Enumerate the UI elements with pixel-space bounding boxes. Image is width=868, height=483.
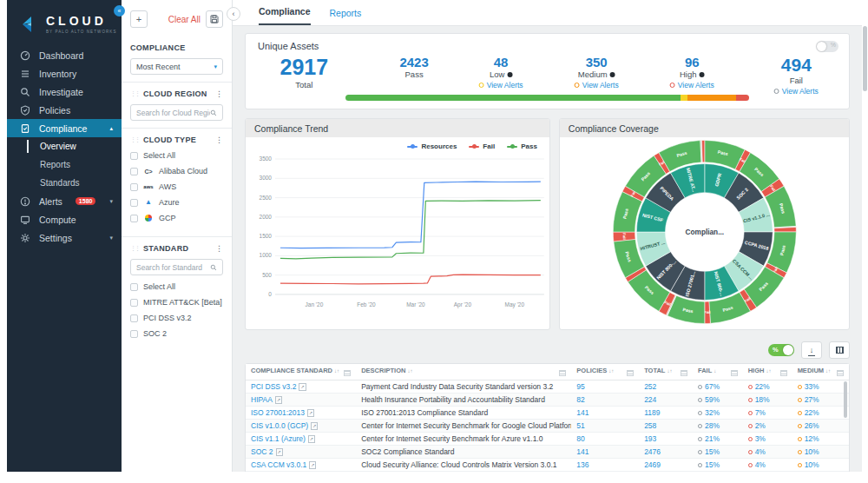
fail-percent[interactable]: 67% [705, 382, 720, 391]
checkbox[interactable] [130, 283, 138, 291]
checkbox[interactable] [130, 183, 138, 191]
policies-count[interactable]: 82 [576, 395, 584, 404]
total-count[interactable]: 2476 [644, 447, 661, 456]
standard-pci[interactable]: PCI DSS v3.2 [130, 314, 223, 322]
legend-resources[interactable]: Resources [407, 142, 457, 150]
cloud-type-gcp[interactable]: GCP [130, 214, 223, 222]
panel-collapse-button[interactable]: ‹ [227, 7, 240, 21]
sort-icon[interactable]: ↓ [713, 368, 716, 374]
sidebar-item-investigate[interactable]: Investigate [7, 83, 122, 101]
policies-count[interactable]: 51 [576, 421, 584, 430]
external-link-icon[interactable]: ↗ [276, 448, 283, 456]
time-range-select[interactable]: Most Recent ▾ [130, 58, 223, 75]
standard-link[interactable]: PCI DSS v3.2 [251, 382, 296, 391]
sidebar-item-compliance[interactable]: Compliance ▴ [7, 119, 122, 137]
standard-link[interactable]: ISO 27001:2013 [251, 408, 305, 417]
standard-link[interactable]: HIPAA [251, 395, 273, 404]
high-percent[interactable]: 4% [755, 460, 766, 469]
total-count[interactable]: 258 [644, 421, 656, 430]
clear-all-button[interactable]: Clear All [168, 15, 201, 24]
column-menu-icon[interactable] [780, 370, 787, 376]
checkbox[interactable] [130, 152, 138, 160]
checkbox[interactable] [130, 199, 138, 207]
legend-fail[interactable]: Fail [469, 142, 495, 150]
high-percent[interactable]: 4% [755, 447, 766, 456]
sidebar-item-alerts[interactable]: Alerts 1580 ▾ [7, 192, 122, 210]
tab-reports[interactable]: Reports [330, 8, 362, 25]
cloud-type-alibaba[interactable]: C>Alibaba Cloud [130, 167, 223, 175]
column-menu-icon[interactable] [681, 370, 687, 376]
medium-percent[interactable]: 12% [805, 434, 819, 443]
external-link-icon[interactable]: ↗ [311, 422, 318, 430]
standard-link[interactable]: CIS v1.1 (Azure) [251, 434, 306, 443]
sort-icon[interactable]: ↓↑ [334, 368, 339, 374]
policies-count[interactable]: 136 [576, 460, 589, 469]
sidebar-item-inventory[interactable]: Inventory [7, 64, 122, 83]
medium-percent[interactable]: 22% [805, 408, 819, 417]
drag-handle-icon[interactable]: ⋮⋮ [130, 136, 139, 143]
drag-handle-icon[interactable]: ⋮⋮ [130, 245, 139, 252]
external-link-icon[interactable]: ↗ [275, 396, 282, 404]
medium-percent[interactable]: 10% [805, 460, 819, 469]
col-high[interactable]: HIGH↓↑ [743, 364, 792, 380]
fail-percent[interactable]: 21% [705, 434, 720, 443]
view-alerts-low-link[interactable]: View Alerts [479, 81, 523, 89]
kebab-menu-icon[interactable]: ⋮ [215, 244, 223, 253]
sidebar-subitem-reports[interactable]: Reports [7, 155, 122, 174]
total-count[interactable]: 1189 [644, 408, 660, 417]
total-count[interactable]: 252 [644, 382, 656, 391]
fail-percent[interactable]: 15% [705, 460, 720, 469]
total-count[interactable]: 224 [644, 395, 656, 404]
standard-link[interactable]: CIS v1.0.0 (GCP) [251, 421, 308, 430]
checkbox[interactable] [130, 299, 138, 307]
medium-percent[interactable]: 33% [805, 382, 819, 391]
view-alerts-medium-link[interactable]: View Alerts [575, 81, 619, 89]
sort-icon[interactable]: ↓↑ [766, 368, 771, 374]
column-menu-icon[interactable] [627, 370, 634, 376]
percent-toggle[interactable]: % [768, 344, 794, 356]
fail-percent[interactable]: 28% [705, 421, 720, 430]
column-picker-button[interactable] [829, 341, 850, 359]
cloud-region-search[interactable] [130, 104, 223, 121]
checkbox[interactable] [130, 314, 138, 322]
drag-handle-icon[interactable]: ⋮⋮ [130, 90, 139, 97]
fail-percent[interactable]: 32% [705, 408, 720, 417]
column-menu-icon[interactable] [731, 370, 738, 376]
view-alerts-fail-link[interactable]: View Alerts [774, 87, 819, 96]
column-menu-icon[interactable] [837, 370, 844, 376]
high-percent[interactable]: 18% [755, 395, 770, 404]
policies-count[interactable]: 80 [576, 434, 584, 443]
total-count[interactable]: 193 [644, 434, 656, 443]
high-percent[interactable]: 22% [755, 382, 770, 391]
sort-icon[interactable]: ↓↑ [608, 368, 614, 374]
sidebar-subitem-standards[interactable]: Standards [7, 174, 122, 192]
policies-count[interactable]: 141 [576, 408, 589, 417]
column-menu-icon[interactable] [344, 370, 351, 376]
standard-link[interactable]: SOC 2 [251, 447, 273, 456]
medium-percent[interactable]: 26% [805, 421, 819, 430]
policies-count[interactable]: 141 [576, 447, 589, 456]
col-fail[interactable]: FAIL↓ [693, 364, 743, 380]
col-medium[interactable]: MEDIUM↓↑ [792, 364, 849, 380]
cloud-type-select-all[interactable]: Select All [130, 151, 223, 160]
sidebar-item-policies[interactable]: Policies [7, 101, 122, 119]
cloud-type-aws[interactable]: awsAWS [130, 182, 223, 191]
checkbox[interactable] [130, 168, 138, 175]
table-scrollbar[interactable] [844, 381, 847, 418]
sidebar-subitem-overview[interactable]: Overview [7, 137, 122, 155]
col-standard[interactable]: COMPLIANCE STANDARD↓↑ [246, 364, 356, 380]
kebab-menu-icon[interactable]: ⋮ [215, 89, 223, 98]
sidebar-item-settings[interactable]: Settings ▾ [7, 228, 122, 247]
checkbox[interactable] [130, 215, 138, 222]
tab-compliance[interactable]: Compliance [259, 6, 311, 25]
legend-pass[interactable]: Pass [507, 142, 537, 150]
col-policies[interactable]: POLICIES↓↑ [571, 364, 639, 380]
standard-search[interactable] [130, 259, 223, 275]
policies-count[interactable]: 95 [576, 382, 584, 391]
save-filter-button[interactable] [206, 10, 223, 28]
download-button[interactable]: ↓ [801, 341, 822, 359]
medium-percent[interactable]: 10% [805, 447, 819, 456]
external-link-icon[interactable]: ↗ [307, 409, 314, 417]
high-percent[interactable]: 7% [755, 408, 766, 417]
col-description[interactable]: DESCRIPTION↓↑ [356, 364, 571, 380]
